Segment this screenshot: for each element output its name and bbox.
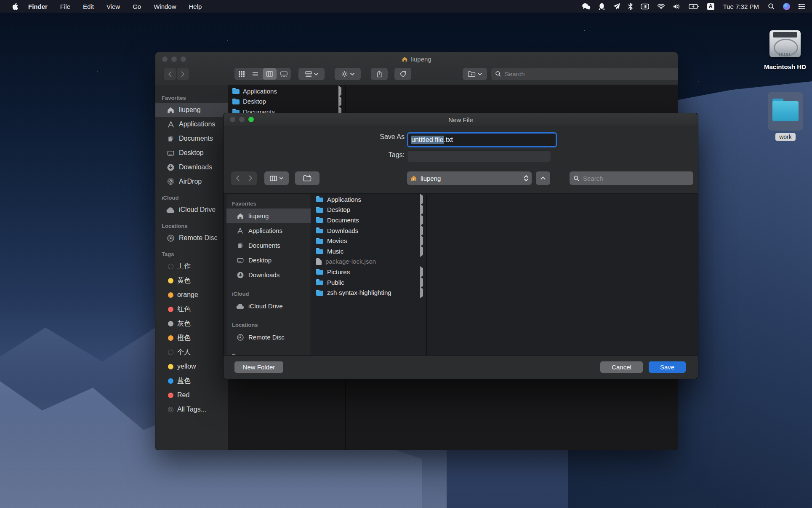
column-view-button[interactable] (264, 171, 289, 185)
apple-menu-icon[interactable] (12, 3, 18, 10)
menu-go[interactable]: Go (133, 3, 141, 10)
sidebar-tag[interactable]: orange (155, 288, 228, 302)
minimize-button[interactable] (239, 117, 245, 122)
sidebar-item-liupeng[interactable]: liupeng (226, 209, 311, 223)
sidebar-tag-all-tags[interactable]: All Tags... (155, 402, 228, 417)
dialog-preview-column (427, 194, 698, 356)
group-by-button[interactable] (298, 68, 325, 80)
share-button[interactable] (371, 68, 388, 80)
menu-bar-clock[interactable]: Tue 7:32 PM (723, 3, 759, 10)
new-folder-toolbar-button[interactable] (295, 171, 319, 185)
back-button[interactable] (231, 171, 244, 185)
folder-icon (316, 248, 323, 254)
new-folder-button[interactable]: New Folder (234, 361, 283, 373)
input-source-icon[interactable]: A (707, 3, 714, 10)
tag-dot (168, 393, 173, 398)
paper-plane-icon[interactable] (613, 3, 620, 10)
sidebar-item-icloud-drive[interactable]: iCloud Drive (155, 203, 228, 217)
wechat-icon[interactable] (582, 3, 591, 10)
menu-edit[interactable]: Edit (83, 3, 94, 10)
select-stepper-icon (524, 175, 528, 181)
spotlight-icon[interactable] (768, 3, 775, 10)
sidebar-item-downloads[interactable]: Downloads (226, 267, 311, 282)
file-row-package-lock[interactable]: package-lock.json (311, 257, 426, 267)
battery-charging-icon[interactable] (689, 4, 699, 9)
menu-help[interactable]: Help (189, 3, 202, 10)
qq-icon[interactable] (599, 3, 605, 10)
sidebar-item-applications[interactable]: Applications (155, 117, 228, 131)
menu-view[interactable]: View (106, 3, 120, 10)
sidebar-tag[interactable]: 工作 (155, 259, 228, 273)
close-button[interactable] (230, 117, 235, 122)
back-button[interactable] (164, 68, 176, 80)
file-row-movies[interactable]: Movies (311, 235, 426, 246)
file-row-applications[interactable]: Applications (311, 194, 426, 205)
selected-text: untitled file (411, 136, 444, 144)
file-row-music[interactable]: Music (311, 246, 426, 257)
menu-app-name[interactable]: Finder (28, 3, 48, 10)
disclosure-arrow-icon (420, 248, 423, 255)
sidebar-tag[interactable]: 橙色 (155, 331, 228, 345)
disclosure-arrow-icon (420, 279, 423, 286)
sidebar-tag[interactable]: Red (155, 388, 228, 402)
icon-view-button[interactable] (234, 68, 248, 80)
sidebar-tag[interactable]: 灰色 (155, 316, 228, 331)
cancel-button[interactable]: Cancel (600, 361, 643, 373)
sidebar-tag[interactable]: 蓝色 (155, 374, 228, 388)
location-select[interactable]: liupeng (407, 171, 532, 185)
downloads-icon (236, 271, 245, 279)
zoom-button[interactable] (248, 117, 254, 122)
sidebar-item-desktop[interactable]: Desktop (226, 253, 311, 267)
desktop-icon-work-folder[interactable]: work (765, 92, 806, 141)
siri-icon[interactable] (783, 3, 790, 10)
sidebar-item-downloads[interactable]: Downloads (155, 160, 228, 174)
tag-button[interactable] (394, 68, 411, 80)
sidebar-tag[interactable]: 红色 (155, 302, 228, 316)
file-row-pictures[interactable]: Pictures (311, 267, 426, 277)
disclosure-arrow-icon (420, 289, 423, 296)
sidebar-item-remote-disc[interactable]: Remote Disc (155, 231, 228, 245)
sidebar-item-applications[interactable]: Applications (226, 223, 311, 238)
search-input[interactable] (582, 174, 690, 182)
quick-folder-button[interactable] (463, 68, 487, 80)
sidebar-item-icloud-drive[interactable]: iCloud Drive (226, 299, 311, 313)
location-value: liupeng (421, 175, 441, 182)
save-as-label: Save As (224, 133, 405, 141)
file-row-desktop[interactable]: Desktop (311, 205, 426, 215)
forward-button[interactable] (177, 68, 189, 80)
menu-window[interactable]: Window (154, 3, 176, 10)
gallery-view-button[interactable] (277, 68, 291, 80)
sidebar-item-desktop[interactable]: Desktop (155, 146, 228, 160)
tags-input[interactable] (407, 150, 551, 162)
notification-center-icon[interactable] (798, 4, 805, 9)
list-view-button[interactable] (248, 68, 262, 80)
file-row-downloads[interactable]: Downloads (311, 225, 426, 236)
keyboard-battery-icon[interactable] (641, 3, 649, 10)
column-view-button[interactable] (263, 68, 277, 80)
filename-input[interactable]: untitled file.txt (407, 132, 557, 147)
menu-file[interactable]: File (60, 3, 70, 10)
sidebar-item-airdrop[interactable]: AirDrop (155, 174, 228, 189)
sidebar-item-liupeng[interactable]: liupeng (155, 103, 228, 117)
desktop-icon-macintosh-hd[interactable]: Macintosh HD (758, 29, 812, 70)
forward-button[interactable] (244, 171, 257, 185)
file-row-applications[interactable]: Applications (228, 86, 345, 96)
wifi-icon[interactable] (657, 3, 665, 9)
tag-dot (168, 407, 173, 412)
file-row-documents[interactable]: Documents (311, 215, 426, 225)
sidebar-tag[interactable]: 黄色 (155, 273, 228, 288)
sidebar-tag[interactable]: yellow (155, 359, 228, 374)
sidebar-item-documents[interactable]: Documents (155, 131, 228, 146)
sidebar-item-remote-disc[interactable]: Remote Disc (226, 330, 311, 345)
search-input[interactable] (504, 70, 676, 78)
volume-icon[interactable] (673, 3, 681, 10)
save-button[interactable]: Save (649, 361, 686, 373)
collapse-button[interactable] (536, 171, 550, 185)
bluetooth-icon[interactable] (628, 3, 633, 10)
sidebar-tag[interactable]: 个人 (155, 345, 228, 359)
file-row-public[interactable]: Public (311, 277, 426, 288)
file-row-zsh-syntax-highlighting[interactable]: zsh-syntax-highlighting (311, 287, 426, 298)
file-row-desktop[interactable]: Desktop (228, 96, 345, 107)
action-gear-button[interactable] (335, 68, 361, 80)
sidebar-item-documents[interactable]: Documents (226, 238, 311, 253)
